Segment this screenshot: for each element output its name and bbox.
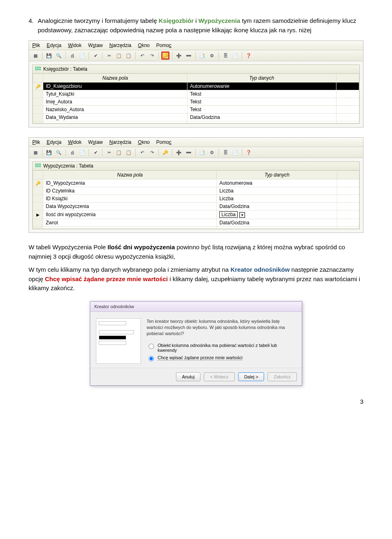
table-row[interactable]: Data Wypożyczenia Data/Godzina	[33, 203, 359, 210]
page-number: 3	[29, 398, 363, 405]
copy-icon[interactable]: 📋	[115, 51, 123, 60]
search-icon[interactable]: 🔍	[55, 148, 63, 157]
menu-wstaw[interactable]: Wstaw	[88, 139, 103, 145]
radio-label: Chcę wpisać żądane przeze mnie wartości	[158, 355, 243, 360]
table-row[interactable]: Data_Wydania Data/Godzina	[33, 114, 359, 121]
radio-input[interactable]	[149, 356, 154, 361]
col-type: Typ danych	[187, 74, 336, 83]
save-icon[interactable]: 💾	[45, 51, 53, 60]
list-number: 4.	[29, 16, 34, 35]
table-design-panel: Księgozbiór : Tabela Nazwa pola Typ dany…	[32, 65, 360, 124]
table-row[interactable]: Zwrot Data/Godzina	[33, 219, 359, 227]
menubar: Plik Edycja Widok Wstaw Narzędzia Okno P…	[29, 41, 363, 50]
undo-icon[interactable]: ↶	[138, 148, 146, 157]
properties-icon[interactable]: 📑	[198, 51, 206, 60]
dropdown-icon[interactable]: ▾	[239, 212, 245, 218]
wizard-title: Kreator odnośników	[90, 302, 302, 312]
builder-icon[interactable]: ⚙	[208, 51, 216, 60]
panel-title: Wypożyczenia : Tabela	[43, 163, 93, 169]
grid-icon[interactable]: ▦	[31, 148, 40, 157]
paste-icon[interactable]: 📋	[125, 51, 133, 60]
preview-icon[interactable]: 📄	[78, 148, 86, 157]
new-icon[interactable]: 📄	[231, 148, 239, 157]
db-icon[interactable]: 🗄	[221, 51, 229, 60]
new-icon[interactable]: 📄	[231, 51, 239, 60]
table-row[interactable]: ID Czytelnika Liczba	[33, 187, 359, 195]
menu-pomoc[interactable]: Pomoc	[156, 139, 171, 145]
radio-input[interactable]	[149, 344, 154, 349]
panel-header: Wypożyczenia : Tabela	[33, 162, 359, 170]
primary-key-icon[interactable]: 🔑	[161, 51, 169, 60]
menu-narzedzia[interactable]: Narzędzia	[109, 42, 131, 48]
insert-row-icon[interactable]: ➕	[175, 51, 183, 60]
wizard-preview	[96, 318, 141, 364]
radio-option-2[interactable]: Chcę wpisać żądane przeze mnie wartości	[147, 355, 296, 361]
app-screenshot-1: Plik Edycja Widok Wstaw Narzędzia Okno P…	[29, 40, 363, 127]
menu-edycja[interactable]: Edycja	[47, 42, 61, 48]
menu-plik[interactable]: Plik	[32, 42, 40, 48]
table-row[interactable]	[33, 227, 359, 229]
preview-icon[interactable]: 📄	[78, 51, 86, 60]
menu-plik[interactable]: Plik	[32, 139, 40, 145]
table-row[interactable]: Tytuł_Książki Tekst	[33, 90, 359, 98]
db-icon[interactable]: 🗄	[221, 148, 229, 157]
redo-icon[interactable]: ↷	[148, 148, 156, 157]
cut-icon[interactable]: ✂	[105, 51, 113, 60]
copy-icon[interactable]: 📋	[115, 148, 123, 157]
print-icon[interactable]: 🖨	[68, 51, 76, 60]
app-screenshot-2: Plik Edycja Widok Wstaw Narzędzia Okno P…	[29, 137, 363, 233]
table-name-2: Wypożyczenia	[198, 17, 240, 24]
paragraph-2: W tym celu klikamy na typ danych wybrane…	[29, 265, 363, 293]
table-row[interactable]: 🔑 ID_Wypożyczenia Autonumerowa	[33, 179, 359, 187]
table-name-1: Księgozbiór	[158, 17, 194, 24]
wizard-buttons: Anuluj < Wstecz Dalej > Zakończ	[90, 368, 302, 385]
menu-widok[interactable]: Widok	[68, 139, 81, 145]
menu-okno[interactable]: Okno	[138, 42, 150, 48]
search-icon[interactable]: 🔍	[55, 51, 63, 60]
col-name: Nazwa pola	[43, 74, 187, 83]
menu-widok[interactable]: Widok	[68, 42, 81, 48]
menubar: Plik Edycja Widok Wstaw Narzędzia Okno P…	[29, 138, 363, 147]
print-icon[interactable]: 🖨	[68, 148, 76, 157]
primary-key-icon[interactable]: 🔑	[161, 148, 169, 157]
cut-icon[interactable]: ✂	[105, 148, 113, 157]
spell-icon[interactable]: ✔	[91, 148, 100, 157]
table-row[interactable]: Nazwisko_Autora Tekst	[33, 106, 359, 114]
table-icon	[35, 67, 41, 72]
menu-okno[interactable]: Okno	[138, 139, 150, 145]
menu-pomoc[interactable]: Pomoc	[156, 42, 171, 48]
cancel-button[interactable]: Anuluj	[176, 372, 201, 381]
menu-narzedzia[interactable]: Narzędzia	[109, 139, 131, 145]
radio-label: Obiekt kolumna odnośnika ma pobierać war…	[158, 343, 296, 353]
redo-icon[interactable]: ↷	[148, 51, 156, 60]
table-row[interactable]: ID Książki Liczba	[33, 195, 359, 203]
table-row[interactable]: ▶ Ilość dni wypożyczenia Liczba▾	[33, 210, 359, 219]
next-button[interactable]: Dalej >	[238, 372, 265, 381]
table-row[interactable]: 🔑 ID_Ksiegozbioru Autonumerowanie	[33, 83, 359, 90]
menu-wstaw[interactable]: Wstaw	[88, 42, 103, 48]
toolbar: ▦ 💾 🔍 🖨 📄 ✔ ✂ 📋 📋 ↶ ↷ 🔑 ➕ ➖ 📑 ⚙ 🗄 📄 ❓	[29, 50, 363, 61]
paste-icon[interactable]: 📋	[125, 148, 133, 157]
radio-option-1[interactable]: Obiekt kolumna odnośnika ma pobierać war…	[147, 343, 296, 353]
delete-row-icon[interactable]: ➖	[185, 148, 193, 157]
undo-icon[interactable]: ↶	[138, 51, 146, 60]
intro-paragraph: 4. Analogicznie tworzymy i formatujemy t…	[29, 16, 363, 35]
wizard-dialog: Kreator odnośników Ten kreator tworzy ob…	[90, 301, 302, 386]
kreator-text: Kreator odnośników	[230, 266, 290, 273]
panel-title: Księgozbiór : Tabela	[43, 66, 87, 72]
save-icon[interactable]: 💾	[45, 148, 53, 157]
panel-header: Księgozbiór : Tabela	[33, 65, 359, 74]
properties-icon[interactable]: 📑	[198, 148, 206, 157]
col-type: Typ danych	[217, 171, 337, 179]
help-icon[interactable]: ❓	[245, 148, 253, 157]
spell-icon[interactable]: ✔	[91, 51, 100, 60]
builder-icon[interactable]: ⚙	[208, 148, 216, 157]
help-icon[interactable]: ❓	[245, 51, 253, 60]
menu-edycja[interactable]: Edycja	[47, 139, 61, 145]
delete-row-icon[interactable]: ➖	[185, 51, 193, 60]
grid-icon[interactable]: ▦	[31, 51, 40, 60]
table-design-panel: Wypożyczenia : Tabela Nazwa pola Typ dan…	[32, 161, 360, 229]
table-row[interactable]	[33, 121, 359, 123]
table-row[interactable]: Imię_Autora Tekst	[33, 98, 359, 106]
insert-row-icon[interactable]: ➕	[175, 148, 183, 157]
